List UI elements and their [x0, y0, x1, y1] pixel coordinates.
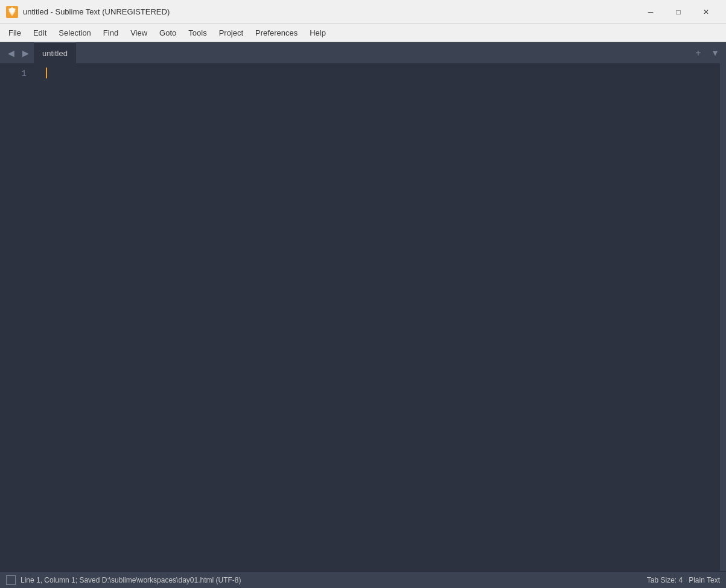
window-title: untitled - Sublime Text (UNREGISTERED) — [23, 7, 170, 16]
menu-item-file[interactable]: File — [2, 26, 27, 40]
menu-item-tools[interactable]: Tools — [182, 26, 212, 40]
status-indicator — [6, 575, 16, 585]
text-cursor — [46, 68, 47, 78]
menu-item-find[interactable]: Find — [97, 26, 124, 40]
new-tab-button[interactable]: + — [692, 47, 704, 59]
nav-forward-arrow[interactable]: ▶ — [19, 47, 31, 59]
menu-item-view[interactable]: View — [124, 26, 153, 40]
title-left: untitled - Sublime Text (UNREGISTERED) — [6, 6, 170, 18]
scrollbar[interactable] — [720, 63, 726, 571]
menu-item-edit[interactable]: Edit — [27, 26, 53, 40]
menu-item-goto[interactable]: Goto — [153, 26, 182, 40]
tab-bar-left: ◀ ▶ untitled — [5, 42, 76, 63]
maximize-button[interactable]: □ — [664, 0, 692, 24]
tab-size-status[interactable]: Tab Size: 4 — [647, 576, 683, 584]
cursor-line — [46, 67, 715, 78]
fold-gutter — [36, 63, 41, 571]
editor-content[interactable] — [41, 63, 720, 571]
sublime-icon — [6, 6, 18, 18]
line-number: 1 — [6, 67, 27, 80]
menu-item-project[interactable]: Project — [213, 26, 249, 40]
tab-bar-right: + ▾ — [692, 47, 721, 59]
window-controls: ─ □ ✕ — [637, 0, 720, 24]
menu-item-preferences[interactable]: Preferences — [249, 26, 304, 40]
line-numbers: 1 — [0, 63, 36, 571]
menu-item-selection[interactable]: Selection — [53, 26, 97, 40]
minimize-button[interactable]: ─ — [637, 0, 664, 24]
tab-bar: ◀ ▶ untitled + ▾ — [0, 42, 726, 63]
editor-area: 1 — [0, 63, 726, 571]
status-bar: Line 1, Column 1; Saved D:\sublime\works… — [0, 571, 726, 588]
menu-bar: FileEditSelectionFindViewGotoToolsProjec… — [0, 24, 726, 42]
status-position-text: Line 1, Column 1; Saved D:\sublime\works… — [21, 576, 241, 584]
active-tab[interactable]: untitled — [34, 42, 76, 63]
syntax-status[interactable]: Plain Text — [689, 576, 720, 584]
tab-dropdown-button[interactable]: ▾ — [709, 47, 721, 59]
menu-item-help[interactable]: Help — [304, 26, 332, 40]
nav-back-arrow[interactable]: ◀ — [5, 47, 17, 59]
close-button[interactable]: ✕ — [692, 0, 720, 24]
title-bar: untitled - Sublime Text (UNREGISTERED) ─… — [0, 0, 726, 24]
status-left: Line 1, Column 1; Saved D:\sublime\works… — [6, 575, 241, 585]
status-right: Tab Size: 4 Plain Text — [647, 576, 720, 584]
